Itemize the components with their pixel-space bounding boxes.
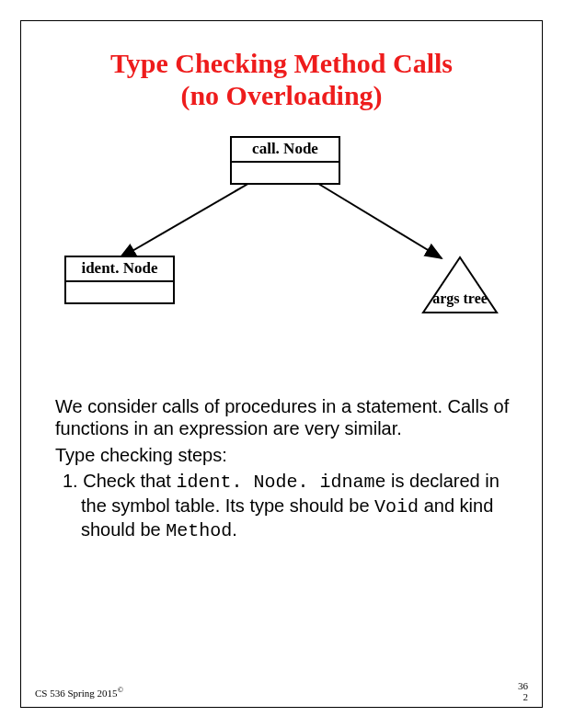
footer-course: CS 536 Spring 2015© xyxy=(35,685,123,699)
step1-code-method: Method xyxy=(166,520,232,541)
args-tree-label: args tree xyxy=(405,290,515,307)
title-line-1: Type Checking Method Calls xyxy=(110,48,453,78)
paragraph-1: We consider calls of procedures in a sta… xyxy=(55,395,512,440)
paragraph-2: Type checking steps: xyxy=(55,444,512,466)
step1-prefix: 1. Check that xyxy=(63,471,176,491)
ident-node-body xyxy=(66,282,173,302)
step1-code-void: Void xyxy=(374,496,419,518)
call-node-body xyxy=(232,163,339,183)
step-1: 1. Check that ident. Node. idname is dec… xyxy=(81,470,512,542)
body-text: We consider calls of procedures in a sta… xyxy=(55,395,512,546)
page-border xyxy=(20,20,543,708)
call-node-box: call. Node xyxy=(230,136,340,185)
args-tree-node: args tree xyxy=(405,256,515,315)
step1-end: . xyxy=(232,519,237,540)
svg-line-2 xyxy=(316,182,442,258)
page-num-bottom: 2 xyxy=(523,691,529,702)
tree-diagram: call. Node ident. Node args tree xyxy=(55,136,515,338)
ident-node-box: ident. Node xyxy=(64,256,175,304)
call-node-label: call. Node xyxy=(232,138,339,163)
course-label: CS 536 Spring 2015 xyxy=(35,688,118,699)
svg-line-1 xyxy=(120,182,251,258)
title-line-2: (no Overloading) xyxy=(180,80,382,110)
ident-node-label: ident. Node xyxy=(66,257,173,282)
footer-page-number: 36 2 xyxy=(518,680,528,702)
copyright-symbol: © xyxy=(118,685,124,694)
step1-code-idname: ident. Node. idname xyxy=(176,472,385,493)
slide-title: Type Checking Method Calls (no Overloadi… xyxy=(0,48,563,111)
page-num-top: 36 xyxy=(518,680,528,691)
